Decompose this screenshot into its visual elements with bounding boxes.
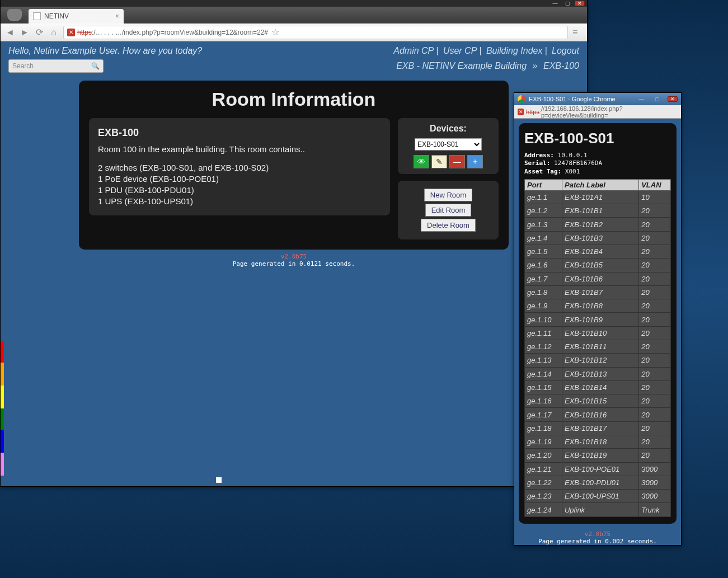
- popup-address-bar[interactable]: ✕ https: //192.168.106.128/index.php?p=d…: [514, 105, 681, 119]
- bookmark-star-icon[interactable]: ☆: [271, 27, 279, 37]
- port-table-row[interactable]: ge.1.14EXB-101B1320: [525, 367, 671, 380]
- port-table-header: Port: [525, 179, 562, 190]
- main-footer: v2.0b75 Page generated in 0.0121 seconds…: [1, 253, 587, 267]
- user-cp-link[interactable]: User CP: [443, 46, 477, 55]
- tab-close-icon[interactable]: ×: [115, 12, 119, 20]
- port-table-cell: EXB-101B3: [562, 231, 638, 245]
- popup-maximize-button[interactable]: ▢: [652, 96, 662, 102]
- room-actions-panel: New Room Edit Room Delete Room: [398, 181, 499, 239]
- port-table-row[interactable]: ge.1.13EXB-101B1220: [525, 354, 671, 367]
- breadcrumb-arrow-icon: »: [533, 61, 538, 71]
- logout-link[interactable]: Logout: [552, 46, 579, 55]
- admin-cp-link[interactable]: Admin CP: [393, 46, 434, 55]
- port-table-row[interactable]: ge.1.23EXB-100-UPS013000: [525, 490, 671, 503]
- edit-room-button[interactable]: Edit Room: [425, 204, 472, 217]
- port-table-cell: EXB-101B11: [562, 340, 638, 353]
- port-table-cell: EXB-101B8: [562, 299, 638, 313]
- port-table-row[interactable]: ge.1.22EXB-100-PDU013000: [525, 476, 671, 489]
- port-table-cell: ge.1.20: [525, 449, 562, 462]
- popup-minimize-button[interactable]: —: [636, 96, 646, 102]
- port-table-row[interactable]: ge.1.2EXB-101B120: [525, 204, 671, 218]
- delete-room-button[interactable]: Delete Room: [421, 219, 476, 232]
- close-button[interactable]: ✕: [575, 1, 585, 6]
- room-content-line: 1 PDU (EXB-100-PDU01): [98, 185, 381, 196]
- port-table-cell: 3000: [639, 462, 671, 476]
- browser-toolbar: ◄ ► ⟳ ⌂ ✕ https: /… . . . …/index.php?p=…: [1, 24, 587, 41]
- search-input[interactable]: Search 🔍: [8, 59, 104, 73]
- port-table-cell: EXB-101B15: [562, 394, 638, 408]
- room-card: Room Information EXB-100 Room 100 in the…: [79, 81, 509, 250]
- popup-close-button[interactable]: ✕: [668, 96, 678, 102]
- page-body: Hello, Netinv Example User. How are you …: [1, 41, 587, 486]
- port-table-cell: 20: [639, 326, 671, 340]
- port-table-row[interactable]: ge.1.17EXB-101B1620: [525, 408, 671, 421]
- device-card: EXB-100-S01 Address: 10.0.0.1 Serial: 12…: [519, 123, 677, 524]
- reload-button[interactable]: ⟳: [34, 27, 44, 37]
- port-table-cell: EXB-101A1: [562, 190, 638, 204]
- view-device-icon[interactable]: 👁: [414, 155, 429, 168]
- chrome-menu-button[interactable]: ≡: [572, 27, 583, 37]
- devices-heading: Devices:: [403, 124, 493, 134]
- port-table-row[interactable]: ge.1.18EXB-101B1720: [525, 421, 671, 435]
- port-table-row[interactable]: ge.1.12EXB-101B1120: [525, 340, 671, 353]
- second-row: Search 🔍 EXB - NETINV Example Building »…: [1, 58, 587, 77]
- building-index-link[interactable]: Building Index: [486, 46, 543, 55]
- port-table-cell: EXB-101B12: [562, 354, 638, 367]
- breadcrumb-building[interactable]: EXB - NETINV Example Building: [396, 61, 527, 71]
- port-table-row[interactable]: ge.1.19EXB-101B1820: [525, 435, 671, 448]
- port-table-row[interactable]: ge.1.6EXB-101B520: [525, 259, 671, 272]
- forward-button[interactable]: ►: [20, 27, 30, 37]
- port-table-cell: EXB-100-UPS01: [562, 490, 638, 503]
- port-table-cell: 10: [639, 190, 671, 204]
- address-bar[interactable]: ✕ https: /… . . . …/index.php?p=roomView…: [63, 26, 568, 39]
- port-table-row[interactable]: ge.1.1EXB-101A110: [525, 190, 671, 204]
- port-table-cell: ge.1.21: [525, 462, 562, 476]
- footer-gen-time: Page generated in 0.0121 seconds.: [1, 260, 587, 267]
- port-table-cell: ge.1.19: [525, 435, 562, 448]
- port-table-row[interactable]: ge.1.24UplinkTrunk: [525, 503, 671, 517]
- port-table-row[interactable]: ge.1.3EXB-101B220: [525, 218, 671, 231]
- chrome-icon: [518, 95, 525, 103]
- port-table-cell: ge.1.3: [525, 218, 562, 231]
- minimize-button[interactable]: —: [550, 1, 560, 6]
- port-table-row[interactable]: ge.1.7EXB-101B620: [525, 272, 671, 285]
- browser-tab[interactable]: NETINV ×: [29, 9, 124, 24]
- port-table-cell: 20: [639, 408, 671, 421]
- room-content-line: 2 switches (EXB-100-S01, and EXB-100-S02…: [98, 162, 381, 173]
- port-table-row[interactable]: ge.1.20EXB-101B1920: [525, 449, 671, 462]
- back-button[interactable]: ◄: [5, 27, 15, 37]
- edit-device-icon[interactable]: ✎: [431, 155, 447, 168]
- footer-version: v2.0b75: [1, 253, 587, 260]
- port-table-cell: 20: [639, 285, 671, 299]
- port-table-cell: ge.1.10: [525, 313, 562, 326]
- device-popup-window: EXB-100-S01 - Google Chrome — ▢ ✕ ✕ http…: [514, 92, 682, 546]
- port-table-cell: 20: [639, 367, 671, 380]
- port-table-cell: Uplink: [562, 503, 638, 517]
- port-table-row[interactable]: ge.1.16EXB-101B1520: [525, 394, 671, 408]
- port-table-row[interactable]: ge.1.4EXB-101B320: [525, 231, 671, 245]
- maximize-button[interactable]: ▢: [562, 1, 572, 6]
- port-table-row[interactable]: ge.1.5EXB-101B420: [525, 245, 671, 259]
- port-table-cell: ge.1.5: [525, 245, 562, 259]
- port-table-row[interactable]: ge.1.11EXB-101B1020: [525, 326, 671, 340]
- new-room-button[interactable]: New Room: [424, 189, 472, 201]
- home-button[interactable]: ⌂: [49, 27, 59, 37]
- rainbow-strip: [1, 341, 4, 476]
- header-links: Admin CP| User CP| Building Index| Logou…: [393, 46, 579, 56]
- port-table-row[interactable]: ge.1.21EXB-100-POE013000: [525, 462, 671, 476]
- port-table-cell: ge.1.6: [525, 259, 562, 272]
- port-table-row[interactable]: ge.1.15EXB-101B1420: [525, 380, 671, 394]
- delete-device-icon[interactable]: —: [449, 155, 465, 168]
- popup-url-protocol: https:: [526, 109, 541, 115]
- port-table-row[interactable]: ge.1.9EXB-101B820: [525, 299, 671, 313]
- port-table-row[interactable]: ge.1.10EXB-101B920: [525, 313, 671, 326]
- popup-footer-version: v2.0b75: [514, 530, 681, 538]
- breadcrumb-room[interactable]: EXB-100: [543, 61, 579, 71]
- port-table-cell: ge.1.13: [525, 354, 562, 367]
- port-table-row[interactable]: ge.1.8EXB-101B720: [525, 285, 671, 299]
- port-table-cell: 20: [639, 449, 671, 462]
- add-device-icon[interactable]: ＋: [467, 155, 483, 168]
- device-select[interactable]: EXB-100-S01: [415, 138, 482, 151]
- tab-strip: NETINV ×: [1, 7, 587, 24]
- port-table-cell: 20: [639, 272, 671, 285]
